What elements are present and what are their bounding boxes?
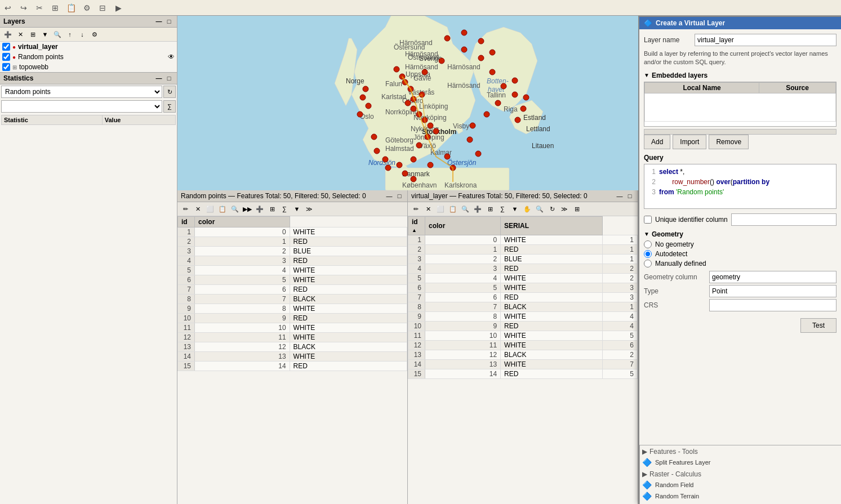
vlt-more2-icon[interactable]: ⊞ (571, 203, 582, 215)
geometry-arrow[interactable]: ▼ (644, 231, 649, 237)
paste-icon[interactable]: 📋 (65, 2, 77, 14)
vlt-copy-icon[interactable]: 📋 (447, 203, 459, 215)
stats-field-btn[interactable]: ∑ (163, 100, 176, 113)
geometry-column-input[interactable] (709, 271, 836, 283)
stats-field-select[interactable] (1, 100, 162, 113)
type-input[interactable] (709, 285, 836, 297)
rpt-add-icon[interactable]: ➕ (254, 203, 265, 215)
layer-item-virtual-layer[interactable]: ● virtual_layer (0, 42, 177, 52)
unique-id-checkbox[interactable] (644, 216, 652, 224)
rpt-edit-icon[interactable]: ✏ (180, 203, 191, 215)
random-points-table-wrap[interactable]: id color 1 0 WHITE 2 1 RED 3 2 BLUE 4 3 … (177, 216, 407, 504)
rpt-minimize-btn[interactable]: — (385, 191, 394, 200)
features-tools-label: Features - Tools (649, 448, 698, 456)
stats-minimize-btn[interactable]: — (154, 74, 163, 83)
features-tools-arrow[interactable]: ▶ (642, 448, 647, 456)
vlt-edit-icon[interactable]: ✏ (410, 203, 421, 215)
layer-item-topowebb[interactable]: ⊞ topowebb (0, 62, 177, 72)
duplicate-layer-icon[interactable]: ⊞ (27, 29, 38, 40)
vlt-col-id[interactable]: id (408, 217, 425, 235)
layer-item-random-points[interactable]: ● Random points 👁 (0, 52, 177, 62)
layer-checkbox-random-points[interactable] (2, 53, 10, 61)
more-icon[interactable]: ▶ (113, 2, 124, 14)
row-num: 12 (408, 341, 425, 350)
vlt-delete-icon[interactable]: ✕ (422, 203, 434, 215)
vlt-add-icon[interactable]: ➕ (472, 203, 483, 215)
vlt-filter-icon[interactable]: ▼ (509, 203, 520, 215)
layer-name-input[interactable] (695, 34, 836, 46)
random-field-item[interactable]: 🔷 Random Field (642, 479, 840, 490)
rpt-maximize-btn[interactable]: □ (395, 191, 404, 200)
rpt-filter-icon[interactable]: ▼ (291, 203, 302, 215)
layer-options-icon[interactable]: ⚙ (89, 29, 100, 40)
vlt-pan-icon[interactable]: ✋ (522, 203, 533, 215)
vlt-minimize-btn[interactable]: — (615, 191, 624, 200)
grid-icon[interactable]: ⊟ (97, 2, 108, 14)
layer-checkbox-virtual-layer[interactable] (2, 43, 10, 51)
copy-icon[interactable]: ⊞ (50, 2, 61, 14)
rpt-delete-icon[interactable]: ✕ (192, 203, 203, 215)
vlt-calc-icon[interactable]: ∑ (497, 203, 508, 215)
rpt-select-icon[interactable]: ⬜ (204, 203, 216, 215)
undo-icon[interactable]: ↩ (2, 2, 14, 14)
layer-checkbox-topowebb[interactable] (2, 63, 10, 71)
dialog-description: Build a layer by referring to the curren… (644, 50, 836, 67)
layer-down-icon[interactable]: ↓ (77, 29, 88, 40)
rpt-extra-icon[interactable]: ≫ (304, 203, 315, 215)
vlt-select-icon[interactable]: ⬜ (435, 203, 446, 215)
rpt-zoom-icon[interactable]: 🔍 (229, 203, 241, 215)
virtual-layer-table-wrap[interactable]: id color SERIAL 1 0 WHITE 1 2 1 RED 1 3 … (408, 216, 638, 504)
row-color: WHITE (501, 312, 603, 322)
import-button[interactable]: Import (673, 135, 706, 149)
manually-defined-radio[interactable] (644, 260, 652, 267)
vlt-zoom-icon[interactable]: 🔍 (460, 203, 471, 215)
redo-icon[interactable]: ↪ (18, 2, 29, 14)
remove-layer-icon[interactable]: ✕ (15, 29, 26, 40)
layers-maximize-btn[interactable]: □ (164, 17, 173, 26)
filter-icon[interactable]: ▼ (39, 29, 51, 40)
crs-input[interactable] (709, 299, 836, 311)
autodetect-radio[interactable] (644, 250, 652, 258)
raster-calculus-arrow[interactable]: ▶ (642, 470, 647, 478)
vlt-maximize-btn[interactable]: □ (625, 191, 634, 200)
split-features-layer-item[interactable]: 🔷 Split Features Layer (642, 457, 840, 468)
query-section: Query 1 select *, 2 row_number() over(pa… (644, 154, 836, 209)
embedded-scroll[interactable] (644, 129, 836, 135)
rpt-col-color[interactable]: color (195, 217, 290, 228)
embedded-layers-arrow[interactable]: ▼ (644, 72, 649, 78)
row-serial: 5 (602, 331, 637, 341)
stats-refresh-btn[interactable]: ↻ (163, 86, 176, 98)
vlt-extra-icon[interactable]: ≫ (559, 203, 570, 215)
stats-layer-dropdown[interactable]: Random points (1, 86, 162, 98)
vlt-refresh-icon[interactable]: ↻ (546, 203, 558, 215)
layers-minimize-btn[interactable]: — (154, 17, 163, 26)
test-button[interactable]: Test (800, 318, 836, 333)
rpt-table-icon[interactable]: ⊞ (266, 203, 278, 215)
vlt-col-serial[interactable]: SERIAL (501, 217, 603, 235)
remove-button[interactable]: Remove (709, 135, 749, 149)
svg-point-56 (470, 123, 475, 128)
map-container[interactable]: Botten- havet Sverige Norge Estland Lett… (177, 16, 638, 190)
no-geometry-row: No geometry (644, 240, 836, 248)
vlt-search-icon[interactable]: 🔍 (534, 203, 545, 215)
rpt-more-icon[interactable]: ▶▶ (242, 203, 253, 215)
random-terrain-item[interactable]: 🔷 Random Terrain (642, 490, 840, 502)
rpt-copy-icon[interactable]: 📋 (217, 203, 228, 215)
layer-up-icon[interactable]: ↑ (64, 29, 75, 40)
rpt-calc-icon[interactable]: ∑ (279, 203, 290, 215)
random-terrain-icon: 🔷 (642, 492, 652, 501)
rpt-col-id[interactable]: id (178, 217, 195, 228)
table-row: 14 13 WHITE (178, 352, 407, 362)
no-geometry-radio[interactable] (644, 240, 652, 248)
add-layer-icon[interactable]: ➕ (2, 29, 14, 40)
zoom-icon[interactable]: 🔍 (52, 29, 63, 40)
add-button[interactable]: Add (644, 135, 670, 149)
vlt-col-color[interactable]: color (425, 217, 501, 235)
settings-icon[interactable]: ⚙ (81, 2, 92, 14)
unique-id-input[interactable] (731, 213, 836, 226)
stats-maximize-btn[interactable]: □ (164, 74, 173, 83)
query-editor[interactable]: 1 select *, 2 row_number() over(partitio… (644, 164, 836, 209)
cut-icon[interactable]: ✂ (34, 2, 45, 14)
geometry-label: Geometry (652, 230, 683, 238)
vlt-table-icon[interactable]: ⊞ (484, 203, 496, 215)
